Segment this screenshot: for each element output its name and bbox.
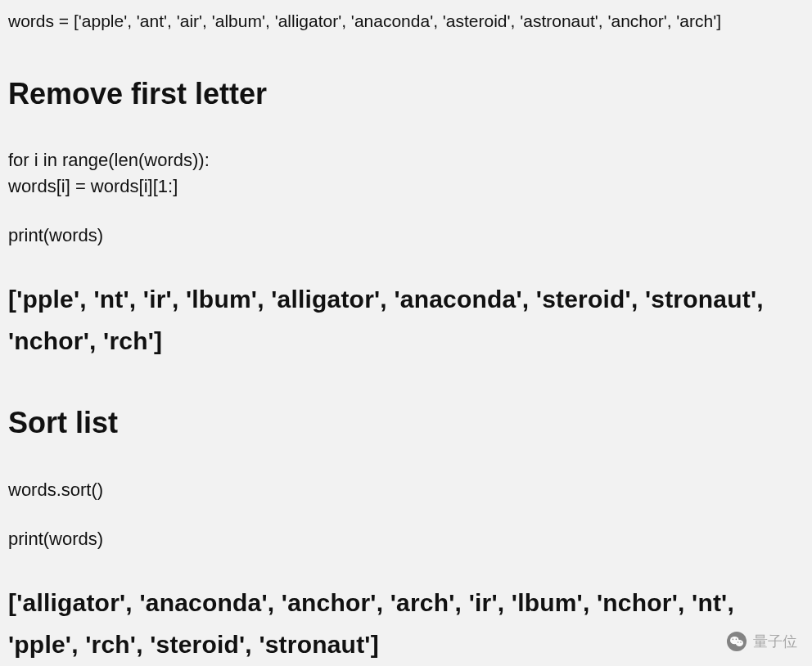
code-block-1: for i in range(len(words)): words[i] = w… [8, 147, 804, 249]
code-line-sort: words.sort() [8, 477, 804, 503]
svg-point-4 [738, 641, 738, 642]
watermark-text: 量子位 [753, 632, 797, 651]
watermark: 量子位 [727, 632, 797, 651]
svg-point-1 [736, 640, 743, 646]
svg-point-2 [733, 639, 734, 641]
code-line-for-loop: for i in range(len(words)): [8, 147, 804, 173]
wechat-icon [727, 632, 747, 651]
code-line-slice: words[i] = words[i][1:] [8, 173, 804, 200]
output-after-sort: ['alligator', 'anaconda', 'anchor', 'arc… [8, 582, 804, 665]
remove-first-letter-heading: Remove first letter [8, 75, 804, 114]
output-after-remove: ['pple', 'nt', 'ir', 'lbum', 'alligator'… [8, 278, 804, 362]
code-line-print-2: print(words) [8, 526, 804, 552]
code-line-print-1: print(words) [8, 223, 804, 249]
words-definition: words = ['apple', 'ant', 'air', 'album',… [8, 8, 804, 34]
svg-point-3 [736, 639, 738, 641]
svg-point-5 [740, 641, 741, 642]
sort-list-heading: Sort list [8, 404, 804, 443]
code-block-2: words.sort() print(words) [8, 477, 804, 552]
